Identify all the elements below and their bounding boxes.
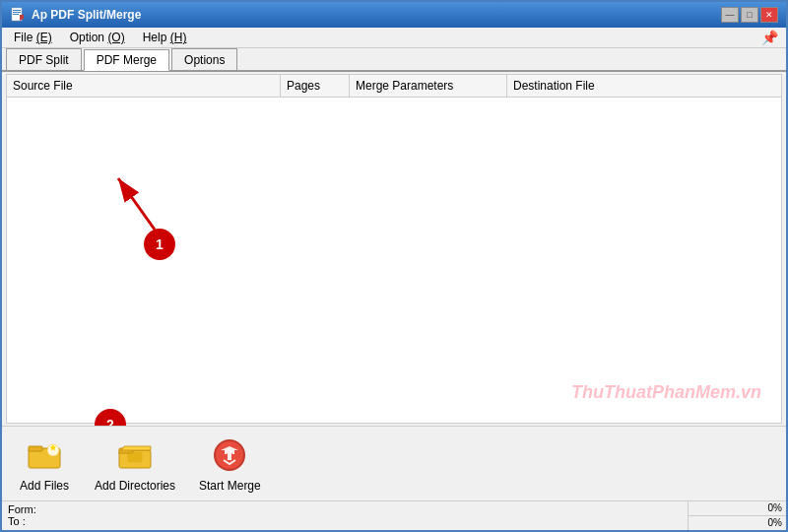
tab-options[interactable]: Options [171,48,237,70]
close-button[interactable]: ✕ [760,7,778,23]
add-directories-label: Add Directories [95,479,175,493]
minimize-button[interactable]: — [721,7,739,23]
title-bar-left: Ap PDF Split/Merge [10,7,141,23]
status-left: Form: To : [2,501,688,530]
svg-rect-12 [29,446,42,451]
file-table: Source File Pages Merge Parameters Desti… [6,74,782,424]
menu-help[interactable]: Help (H) [135,29,195,46]
progress-1: 0% [689,501,786,516]
window-controls: — □ ✕ [721,7,778,23]
tab-bar: PDF Split PDF Merge Options [2,48,786,72]
add-files-label: Add Files [20,479,69,493]
svg-rect-2 [13,12,21,13]
watermark: ThuThuatPhanMem.vn [571,382,761,403]
add-files-icon [25,435,64,475]
app-icon [10,7,26,23]
start-merge-button[interactable]: Start Merge [191,432,269,497]
add-files-button[interactable]: Add Files [10,432,79,497]
column-pages: Pages [281,75,350,97]
pin-icon: 📌 [761,30,778,45]
tab-pdf-split[interactable]: PDF Split [6,48,82,70]
table-header: Source File Pages Merge Parameters Desti… [7,75,781,98]
svg-rect-17 [128,452,142,462]
toolbar: Add Files Add Directories [2,426,786,500]
status-bar: Form: To : 0% 0% [2,500,786,530]
add-directories-icon [115,435,155,475]
maximize-button[interactable]: □ [741,7,758,23]
title-bar: Ap PDF Split/Merge — □ ✕ [2,2,786,28]
svg-rect-1 [13,10,21,11]
progress-2: 0% [689,516,786,530]
menu-file[interactable]: File (E) [6,29,60,46]
table-body: ThuThuatPhanMem.vn [7,98,781,423]
menu-bar: File (E) Option (O) Help (H) 📌 [2,28,786,48]
start-merge-label: Start Merge [199,479,261,493]
app-title: Ap PDF Split/Merge [32,8,141,22]
column-source-file: Source File [7,75,281,97]
column-merge-parameters: Merge Parameters [350,75,507,97]
column-destination-file: Destination File [507,75,781,97]
to-label: To : [8,515,682,527]
app-window: Ap PDF Split/Merge — □ ✕ File (E) Option… [0,0,788,532]
status-right: 0% 0% [688,501,786,530]
form-label: Form: [8,503,682,515]
menu-option[interactable]: Option (O) [62,29,133,46]
svg-rect-20 [228,450,231,460]
svg-rect-3 [13,14,19,15]
add-directories-button[interactable]: Add Directories [87,432,183,497]
tab-pdf-merge[interactable]: PDF Merge [84,49,169,71]
start-merge-icon [210,435,249,475]
